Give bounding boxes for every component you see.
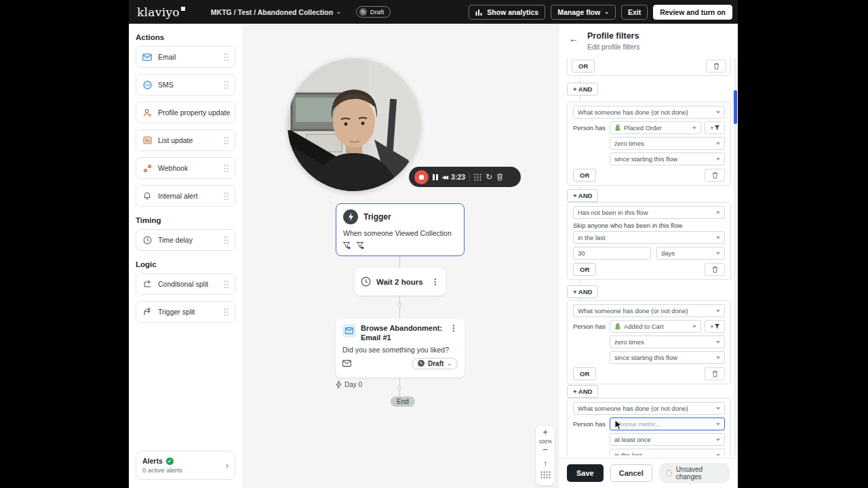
frequency-dropdown[interactable]: at least once xyxy=(610,433,725,446)
trigger-filter-icon[interactable] xyxy=(343,242,351,249)
save-button[interactable]: Save xyxy=(567,464,604,482)
drag-handle-icon[interactable] xyxy=(223,53,229,62)
time-unit-dropdown[interactable]: days xyxy=(656,247,725,260)
exit-button[interactable]: Exit xyxy=(621,5,648,20)
timeframe-dropdown[interactable]: in the last xyxy=(610,449,725,455)
breadcrumb[interactable]: MKTG / Test / Abandoned Collection ⌄ xyxy=(211,8,341,16)
frequency-dropdown[interactable]: zero times xyxy=(610,336,725,348)
review-and-turn-on-button[interactable]: Review and turn on xyxy=(653,5,732,20)
restart-icon[interactable]: ↻ xyxy=(486,173,492,181)
metric-dropdown[interactable]: Placed Order xyxy=(610,121,701,134)
pending-spinner-icon xyxy=(666,470,672,476)
drag-handle-icon[interactable] xyxy=(223,280,229,289)
delete-filter-button[interactable] xyxy=(705,367,725,380)
sidebar-item-sms[interactable]: SMS xyxy=(136,74,235,96)
conditional-split-icon xyxy=(142,279,153,289)
flow-canvas[interactable]: ◀◀ 3:23 ↻ Trigger When someone Viewed Co… xyxy=(242,24,558,488)
time-delay-node[interactable]: Wait 2 hours ⋮ xyxy=(355,268,446,296)
trigger-node[interactable]: Trigger When someone Viewed Collection xyxy=(336,203,465,256)
drag-dots-icon[interactable] xyxy=(474,174,481,181)
sidebar-item-conditional-split[interactable]: Conditional split xyxy=(136,273,235,295)
sidebar-item-email[interactable]: Email xyxy=(136,46,235,68)
chevron-down-icon xyxy=(692,127,696,129)
delete-filter-button[interactable] xyxy=(706,60,726,73)
email-status-dropdown[interactable]: ✎ Draft ⌄ xyxy=(412,358,458,369)
shopify-icon xyxy=(614,323,621,330)
timeframe-dropdown[interactable]: in the last xyxy=(573,231,725,244)
drag-handle-icon[interactable] xyxy=(223,236,229,245)
cancel-button[interactable]: Cancel xyxy=(610,464,652,482)
pause-button[interactable] xyxy=(433,174,438,180)
email-node[interactable]: Browse Abandonment: Email #1 ⋮ Did you s… xyxy=(336,319,465,378)
drag-handle-icon[interactable] xyxy=(223,81,229,89)
back-arrow-icon[interactable]: ← xyxy=(569,33,578,44)
funnel-icon xyxy=(715,125,719,131)
sidebar-item-trigger-split[interactable]: Trigger split xyxy=(136,301,235,323)
and-button[interactable]: + AND xyxy=(567,83,598,96)
sidebar-item-list-update[interactable]: List update xyxy=(136,129,235,151)
profile-filter-icon[interactable] xyxy=(357,242,364,249)
metric-dropdown-focused[interactable]: Choose metric... xyxy=(610,418,725,430)
condition-type-dropdown[interactable]: Has not been in this flow xyxy=(573,206,725,219)
logo-flag-icon xyxy=(181,7,185,11)
day-marker: Day 0 xyxy=(336,381,362,388)
drag-handle-icon[interactable] xyxy=(223,308,229,317)
filter-block-placed-order: What someone has done (or not done) Pers… xyxy=(567,102,731,186)
stop-recording-button[interactable] xyxy=(414,170,429,184)
or-button[interactable]: OR xyxy=(573,263,596,276)
drag-handle-icon[interactable] xyxy=(223,192,229,201)
manage-flow-button[interactable]: Manage flow ⌄ xyxy=(551,5,616,20)
filters-scroll-area[interactable]: OR + AND What someone has done (or not d… xyxy=(559,58,738,455)
or-button[interactable]: OR xyxy=(573,367,596,380)
frequency-dropdown[interactable]: zero times xyxy=(610,137,725,150)
chevron-down-icon xyxy=(716,439,720,441)
sidebar-item-webhook[interactable]: Webhook xyxy=(136,157,235,179)
email-node-title: Browse Abandonment: Email #1 xyxy=(361,324,442,343)
chevron-down-icon: ⌄ xyxy=(336,9,341,15)
zoom-out-button[interactable]: − xyxy=(542,445,548,455)
or-button[interactable]: OR xyxy=(573,169,596,182)
delete-filter-button[interactable] xyxy=(705,263,725,276)
zoom-in-button[interactable]: + xyxy=(542,428,548,438)
or-button[interactable]: OR xyxy=(572,60,595,73)
timeframe-dropdown[interactable]: since starting this flow xyxy=(610,351,725,364)
show-analytics-button[interactable]: Show analytics xyxy=(469,5,545,20)
condition-type-dropdown[interactable]: What someone has done (or not done) xyxy=(573,402,725,415)
add-metric-filter-button[interactable]: + xyxy=(705,320,725,333)
condition-type-dropdown[interactable]: What someone has done (or not done) xyxy=(573,304,725,317)
delete-filter-button[interactable] xyxy=(705,169,725,182)
profile-update-icon xyxy=(142,107,153,118)
days-value-input[interactable] xyxy=(573,247,651,260)
panel-scrollbar-thumb[interactable] xyxy=(734,90,737,124)
sidebar-item-time-delay[interactable]: Time delay xyxy=(136,229,235,251)
scroll-to-top-button[interactable]: ↑ xyxy=(543,460,547,468)
rewind-button[interactable]: ◀◀ xyxy=(442,174,448,180)
drag-handle-icon[interactable] xyxy=(223,136,229,145)
alerts-title: Alerts xyxy=(142,457,163,465)
drag-handle-icon[interactable] xyxy=(223,164,229,173)
condition-type-dropdown[interactable]: What someone has done (or not done) xyxy=(573,106,725,119)
flow-status-badge: ✎ Draft xyxy=(356,6,391,18)
and-button[interactable]: + AND xyxy=(567,285,598,298)
filter-block-new: What someone has done (or not done) Pers… xyxy=(567,398,731,455)
email-icon xyxy=(142,52,153,62)
trash-icon[interactable] xyxy=(496,173,503,181)
sidebar-item-profile-property-update[interactable]: Profile property update xyxy=(136,102,235,123)
kebab-menu-icon[interactable]: ⋮ xyxy=(431,278,439,286)
minimap-grid-icon[interactable] xyxy=(540,471,551,479)
alerts-card[interactable]: Alerts✓ 0 active alerts › xyxy=(136,451,235,480)
webcam-overlay[interactable] xyxy=(288,58,420,191)
mouse-cursor xyxy=(614,420,623,430)
timeframe-dropdown[interactable]: since starting this flow xyxy=(610,152,725,165)
chevron-down-icon xyxy=(716,357,720,359)
bell-icon xyxy=(142,190,153,201)
klaviyo-logo[interactable]: klaviyo xyxy=(137,5,185,19)
add-metric-filter-button[interactable]: + xyxy=(705,121,725,134)
and-button[interactable]: + AND xyxy=(567,189,598,202)
and-button[interactable]: + AND xyxy=(567,385,598,398)
kebab-menu-icon[interactable]: ⋮ xyxy=(450,324,458,343)
funnel-icon xyxy=(715,324,719,329)
sidebar-item-internal-alert[interactable]: Internal alert xyxy=(136,185,235,207)
section-title-actions: Actions xyxy=(136,33,242,41)
metric-dropdown[interactable]: Added to Cart xyxy=(610,320,701,333)
